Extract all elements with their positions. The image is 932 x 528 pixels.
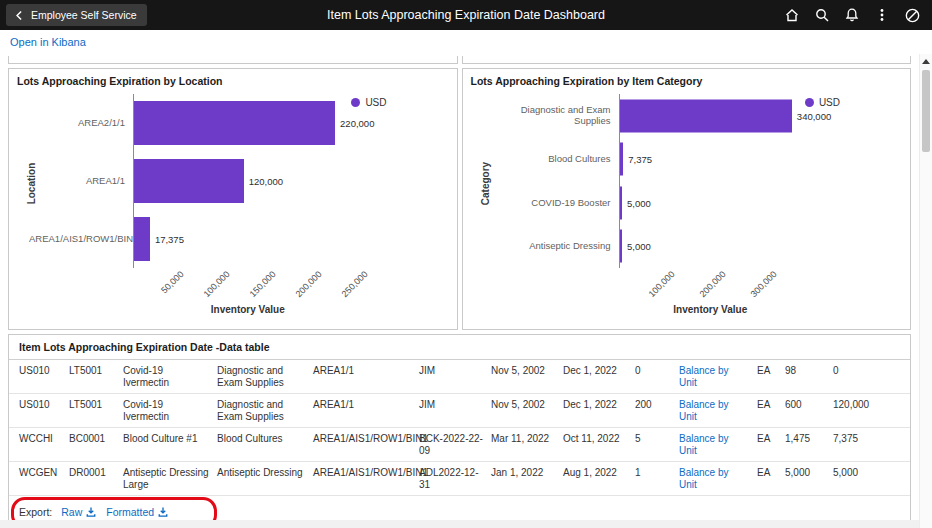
- plot-area: Diagnostic and Exam Supplies340,000Blood…: [483, 94, 803, 268]
- bar-row: AREA1/AIS1/ROW1/BIN117,375: [29, 210, 363, 268]
- table-cell: EA: [757, 399, 785, 422]
- table-cell[interactable]: Balance by Unit: [679, 365, 757, 388]
- category-tick-label: Blood Cultures: [483, 154, 619, 164]
- x-tick-label: 200,000: [294, 269, 324, 299]
- table-cell[interactable]: Balance by Unit: [679, 433, 757, 456]
- home-icon[interactable]: [780, 3, 804, 27]
- x-tick-label: 50,000: [159, 269, 186, 296]
- bar[interactable]: [620, 99, 792, 132]
- bar-row: Antiseptic Dressing5,000: [483, 225, 803, 269]
- bar-row: AREA1/1120,000: [29, 152, 363, 210]
- table-row[interactable]: US010LT5001Covid-19 IvermectinDiagnostic…: [9, 394, 910, 428]
- table-cell: Antiseptic Dressing: [217, 467, 313, 490]
- scroll-up-arrow[interactable]: [920, 54, 932, 68]
- y-axis-label: Category: [479, 149, 490, 219]
- table-cell: Nov 5, 2002: [491, 365, 563, 388]
- partial-card-right: [462, 56, 912, 64]
- vertical-scrollbar[interactable]: [919, 54, 932, 528]
- table-cell: Aug 1, 2022: [563, 467, 635, 490]
- table-cell: EA: [757, 365, 785, 388]
- bar-row: COVID-19 Booster5,000: [483, 181, 803, 225]
- table-cell: WCCHI: [19, 433, 69, 456]
- export-label: Export:: [19, 506, 52, 518]
- table-cell: 0: [635, 365, 679, 388]
- table-cell: JIM: [419, 399, 491, 422]
- table-cell: 5,000: [833, 467, 910, 490]
- open-in-kibana-link[interactable]: Open in Kibana: [10, 36, 86, 48]
- download-icon: [85, 506, 97, 518]
- bar-track: 5,000: [619, 225, 803, 269]
- bar-value-label: 5,000: [622, 241, 651, 252]
- export-raw-label: Raw: [61, 506, 82, 518]
- x-axis-ticks: 50,000100,000150,000200,000250,000: [133, 268, 363, 302]
- x-tick-label: 100,000: [646, 269, 676, 299]
- bar[interactable]: [134, 217, 150, 261]
- bar-track: 7,375: [619, 138, 803, 182]
- table-cell[interactable]: Balance by Unit: [679, 467, 757, 490]
- balance-by-unit-link[interactable]: Balance by Unit: [679, 365, 728, 388]
- table-cell: Blood Culture #1: [123, 433, 217, 456]
- table-cell: 7,375: [833, 433, 910, 456]
- category-tick-label: Antiseptic Dressing: [483, 241, 619, 251]
- table-row[interactable]: WCGENDR0001Antiseptic Dressing LargeAnti…: [9, 462, 910, 496]
- chart-title: Lots Approaching Expiration by Item Cate…: [471, 75, 903, 87]
- table-cell: 5,000: [785, 467, 833, 490]
- search-icon[interactable]: [810, 3, 834, 27]
- bar-value-label: 5,000: [622, 197, 651, 208]
- bar-track: 220,000: [133, 94, 363, 152]
- table-cell: 98: [785, 365, 833, 388]
- table-cell: 1: [635, 467, 679, 490]
- x-axis: 50,000100,000150,000200,000250,000: [29, 268, 363, 302]
- x-axis-label: Inventory Value: [619, 304, 803, 315]
- x-tick-label: 150,000: [248, 269, 278, 299]
- prohibit-icon[interactable]: [900, 3, 924, 27]
- table-cell: 5: [635, 433, 679, 456]
- table-cell: 600: [785, 399, 833, 422]
- bar[interactable]: [134, 159, 244, 203]
- back-button[interactable]: Employee Self Service: [6, 4, 147, 26]
- table-cell: US010: [19, 365, 69, 388]
- download-icon: [157, 506, 169, 518]
- table-row[interactable]: US010LT5001Covid-19 IvermectinDiagnostic…: [9, 360, 910, 394]
- data-table-body: US010LT5001Covid-19 IvermectinDiagnostic…: [9, 360, 910, 496]
- balance-by-unit-link[interactable]: Balance by Unit: [679, 467, 728, 490]
- table-cell: Diagnostic and Exam Supplies: [217, 399, 313, 422]
- table-cell: US010: [19, 399, 69, 422]
- actions-menu-icon[interactable]: [870, 3, 894, 27]
- table-cell: Nov 5, 2002: [491, 399, 563, 422]
- table-cell: BCK-2022-22-09: [419, 433, 491, 456]
- x-axis-label: Inventory Value: [133, 304, 363, 315]
- table-cell: EA: [757, 467, 785, 490]
- bar-track: 340,000: [619, 94, 803, 138]
- category-tick-label: Diagnostic and Exam Supplies: [483, 105, 619, 126]
- table-row[interactable]: WCCHIBC0001Blood Culture #1Blood Culture…: [9, 428, 910, 462]
- x-tick-label: 100,000: [202, 269, 232, 299]
- x-tick-label: 300,000: [748, 269, 778, 299]
- table-cell[interactable]: Balance by Unit: [679, 399, 757, 422]
- table-cell: Jan 1, 2022: [491, 467, 563, 490]
- export-formatted-link[interactable]: Formatted: [106, 506, 169, 518]
- scroll-thumb[interactable]: [922, 70, 930, 152]
- partial-card-left: [8, 56, 458, 64]
- table-cell: Mar 11, 2022: [491, 433, 563, 456]
- export-raw-link[interactable]: Raw: [61, 506, 97, 518]
- table-cell: Antiseptic Dressing Large: [123, 467, 217, 490]
- notifications-icon[interactable]: [840, 3, 864, 27]
- bar-row: Diagnostic and Exam Supplies340,000: [483, 94, 803, 138]
- table-cell: AREA1/1: [313, 365, 419, 388]
- table-cell: WCGEN: [19, 467, 69, 490]
- header-actions: [780, 3, 924, 27]
- table-cell: 120,000: [833, 399, 910, 422]
- balance-by-unit-link[interactable]: Balance by Unit: [679, 399, 728, 422]
- bar-row: AREA2/1/1220,000: [29, 94, 363, 152]
- x-tick-label: 200,000: [697, 269, 727, 299]
- table-cell: Blood Cultures: [217, 433, 313, 456]
- back-button-label: Employee Self Service: [31, 9, 137, 21]
- chart-expiration-by-location: Lots Approaching Expiration by Location …: [8, 68, 458, 330]
- table-cell: BC0001: [69, 433, 123, 456]
- table-cell: Dec 1, 2022: [563, 365, 635, 388]
- balance-by-unit-link[interactable]: Balance by Unit: [679, 433, 728, 456]
- scrolled-cards-edge: [8, 56, 911, 64]
- top-bar: Employee Self Service Item Lots Approach…: [0, 0, 932, 30]
- bar[interactable]: [134, 101, 335, 145]
